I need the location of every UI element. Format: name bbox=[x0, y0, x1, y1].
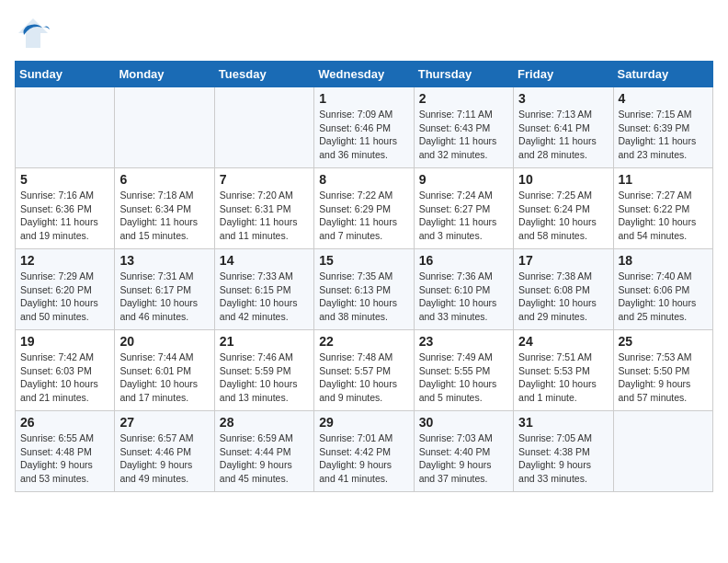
day-number: 31 bbox=[518, 415, 608, 430]
calendar-cell: 22Sunrise: 7:48 AM Sunset: 5:57 PM Dayli… bbox=[314, 330, 414, 411]
day-number: 6 bbox=[119, 172, 209, 187]
day-info: Sunrise: 7:33 AM Sunset: 6:15 PM Dayligh… bbox=[220, 270, 309, 324]
day-number: 26 bbox=[20, 415, 109, 430]
calendar-cell: 25Sunrise: 7:53 AM Sunset: 5:50 PM Dayli… bbox=[613, 330, 712, 411]
day-info: Sunrise: 7:15 AM Sunset: 6:39 PM Dayligh… bbox=[619, 108, 708, 162]
day-number: 15 bbox=[319, 253, 408, 268]
logo bbox=[15, 15, 55, 52]
day-info: Sunrise: 7:31 AM Sunset: 6:17 PM Dayligh… bbox=[119, 270, 209, 324]
day-number: 20 bbox=[119, 334, 209, 349]
calendar-cell: 3Sunrise: 7:13 AM Sunset: 6:41 PM Daylig… bbox=[514, 87, 613, 168]
days-of-week-row: SundayMondayTuesdayWednesdayThursdayFrid… bbox=[16, 62, 713, 87]
day-number: 16 bbox=[419, 253, 508, 268]
day-number: 19 bbox=[20, 334, 109, 349]
day-info: Sunrise: 7:05 AM Sunset: 4:38 PM Dayligh… bbox=[518, 431, 608, 486]
day-number: 10 bbox=[518, 172, 608, 187]
calendar-cell: 12Sunrise: 7:29 AM Sunset: 6:20 PM Dayli… bbox=[16, 249, 115, 330]
day-info: Sunrise: 7:46 AM Sunset: 5:59 PM Dayligh… bbox=[220, 350, 309, 405]
day-of-week-saturday: Saturday bbox=[613, 62, 712, 87]
day-info: Sunrise: 7:44 AM Sunset: 6:01 PM Dayligh… bbox=[119, 350, 209, 405]
week-row-5: 26Sunrise: 6:55 AM Sunset: 4:48 PM Dayli… bbox=[16, 411, 713, 492]
day-number: 21 bbox=[220, 334, 309, 349]
calendar-cell: 30Sunrise: 7:03 AM Sunset: 4:40 PM Dayli… bbox=[414, 411, 513, 492]
calendar-cell: 28Sunrise: 6:59 AM Sunset: 4:44 PM Dayli… bbox=[214, 411, 313, 492]
day-number: 2 bbox=[419, 91, 508, 106]
day-of-week-sunday: Sunday bbox=[16, 62, 115, 87]
logo-icon bbox=[15, 15, 51, 52]
day-info: Sunrise: 6:57 AM Sunset: 4:46 PM Dayligh… bbox=[119, 431, 209, 486]
calendar-cell: 8Sunrise: 7:22 AM Sunset: 6:29 PM Daylig… bbox=[314, 168, 414, 249]
day-of-week-friday: Friday bbox=[514, 62, 613, 87]
day-info: Sunrise: 7:48 AM Sunset: 5:57 PM Dayligh… bbox=[319, 350, 408, 405]
day-info: Sunrise: 7:53 AM Sunset: 5:50 PM Dayligh… bbox=[619, 350, 708, 405]
day-number: 27 bbox=[119, 415, 209, 430]
day-number: 9 bbox=[419, 172, 508, 187]
calendar-body: 1Sunrise: 7:09 AM Sunset: 6:46 PM Daylig… bbox=[16, 87, 713, 492]
calendar-cell: 13Sunrise: 7:31 AM Sunset: 6:17 PM Dayli… bbox=[115, 249, 214, 330]
day-number: 14 bbox=[220, 253, 309, 268]
day-number: 12 bbox=[20, 253, 109, 268]
day-info: Sunrise: 7:18 AM Sunset: 6:34 PM Dayligh… bbox=[119, 189, 209, 243]
day-info: Sunrise: 7:11 AM Sunset: 6:43 PM Dayligh… bbox=[419, 108, 508, 162]
day-info: Sunrise: 7:35 AM Sunset: 6:13 PM Dayligh… bbox=[319, 270, 408, 324]
calendar-cell: 15Sunrise: 7:35 AM Sunset: 6:13 PM Dayli… bbox=[314, 249, 414, 330]
day-info: Sunrise: 7:01 AM Sunset: 4:42 PM Dayligh… bbox=[319, 431, 408, 486]
day-info: Sunrise: 7:16 AM Sunset: 6:36 PM Dayligh… bbox=[20, 189, 109, 243]
calendar-cell bbox=[214, 87, 313, 168]
day-number: 24 bbox=[518, 334, 608, 349]
day-info: Sunrise: 6:55 AM Sunset: 4:48 PM Dayligh… bbox=[20, 431, 109, 486]
calendar-cell: 24Sunrise: 7:51 AM Sunset: 5:53 PM Dayli… bbox=[514, 330, 613, 411]
day-of-week-thursday: Thursday bbox=[414, 62, 513, 87]
day-number: 13 bbox=[119, 253, 209, 268]
calendar-cell: 18Sunrise: 7:40 AM Sunset: 6:06 PM Dayli… bbox=[613, 249, 712, 330]
header bbox=[15, 15, 713, 52]
calendar-cell: 26Sunrise: 6:55 AM Sunset: 4:48 PM Dayli… bbox=[16, 411, 115, 492]
calendar-cell bbox=[115, 87, 214, 168]
day-number: 17 bbox=[518, 253, 608, 268]
day-info: Sunrise: 7:09 AM Sunset: 6:46 PM Dayligh… bbox=[319, 108, 408, 162]
day-info: Sunrise: 7:25 AM Sunset: 6:24 PM Dayligh… bbox=[518, 189, 608, 243]
calendar-cell: 4Sunrise: 7:15 AM Sunset: 6:39 PM Daylig… bbox=[613, 87, 712, 168]
calendar-cell: 14Sunrise: 7:33 AM Sunset: 6:15 PM Dayli… bbox=[214, 249, 313, 330]
day-info: Sunrise: 7:03 AM Sunset: 4:40 PM Dayligh… bbox=[419, 431, 508, 486]
day-number: 5 bbox=[20, 172, 109, 187]
week-row-3: 12Sunrise: 7:29 AM Sunset: 6:20 PM Dayli… bbox=[16, 249, 713, 330]
week-row-1: 1Sunrise: 7:09 AM Sunset: 6:46 PM Daylig… bbox=[16, 87, 713, 168]
day-number: 11 bbox=[619, 172, 708, 187]
day-info: Sunrise: 7:49 AM Sunset: 5:55 PM Dayligh… bbox=[419, 350, 508, 405]
day-number: 3 bbox=[518, 91, 608, 106]
calendar-cell: 29Sunrise: 7:01 AM Sunset: 4:42 PM Dayli… bbox=[314, 411, 414, 492]
day-of-week-monday: Monday bbox=[115, 62, 214, 87]
calendar-table: SundayMondayTuesdayWednesdayThursdayFrid… bbox=[15, 61, 713, 492]
day-info: Sunrise: 7:24 AM Sunset: 6:27 PM Dayligh… bbox=[419, 189, 508, 243]
day-number: 23 bbox=[419, 334, 508, 349]
day-info: Sunrise: 7:42 AM Sunset: 6:03 PM Dayligh… bbox=[20, 350, 109, 405]
day-number: 30 bbox=[419, 415, 508, 430]
day-number: 7 bbox=[220, 172, 309, 187]
day-number: 8 bbox=[319, 172, 408, 187]
day-number: 1 bbox=[319, 91, 408, 106]
calendar-cell bbox=[613, 411, 712, 492]
day-info: Sunrise: 7:22 AM Sunset: 6:29 PM Dayligh… bbox=[319, 189, 408, 243]
day-info: Sunrise: 7:20 AM Sunset: 6:31 PM Dayligh… bbox=[220, 189, 309, 243]
day-info: Sunrise: 6:59 AM Sunset: 4:44 PM Dayligh… bbox=[220, 431, 309, 486]
day-of-week-tuesday: Tuesday bbox=[214, 62, 313, 87]
day-number: 28 bbox=[220, 415, 309, 430]
calendar-cell: 20Sunrise: 7:44 AM Sunset: 6:01 PM Dayli… bbox=[115, 330, 214, 411]
day-info: Sunrise: 7:27 AM Sunset: 6:22 PM Dayligh… bbox=[619, 189, 708, 243]
calendar-cell: 21Sunrise: 7:46 AM Sunset: 5:59 PM Dayli… bbox=[214, 330, 313, 411]
svg-marker-0 bbox=[18, 18, 48, 48]
calendar-cell: 17Sunrise: 7:38 AM Sunset: 6:08 PM Dayli… bbox=[514, 249, 613, 330]
day-number: 22 bbox=[319, 334, 408, 349]
week-row-4: 19Sunrise: 7:42 AM Sunset: 6:03 PM Dayli… bbox=[16, 330, 713, 411]
day-info: Sunrise: 7:13 AM Sunset: 6:41 PM Dayligh… bbox=[518, 108, 608, 162]
calendar-cell: 27Sunrise: 6:57 AM Sunset: 4:46 PM Dayli… bbox=[115, 411, 214, 492]
calendar-cell bbox=[16, 87, 115, 168]
calendar-cell: 16Sunrise: 7:36 AM Sunset: 6:10 PM Dayli… bbox=[414, 249, 513, 330]
day-number: 18 bbox=[619, 253, 708, 268]
day-number: 4 bbox=[619, 91, 708, 106]
calendar-cell: 23Sunrise: 7:49 AM Sunset: 5:55 PM Dayli… bbox=[414, 330, 513, 411]
calendar-cell: 1Sunrise: 7:09 AM Sunset: 6:46 PM Daylig… bbox=[314, 87, 414, 168]
calendar-cell: 10Sunrise: 7:25 AM Sunset: 6:24 PM Dayli… bbox=[514, 168, 613, 249]
day-number: 29 bbox=[319, 415, 408, 430]
